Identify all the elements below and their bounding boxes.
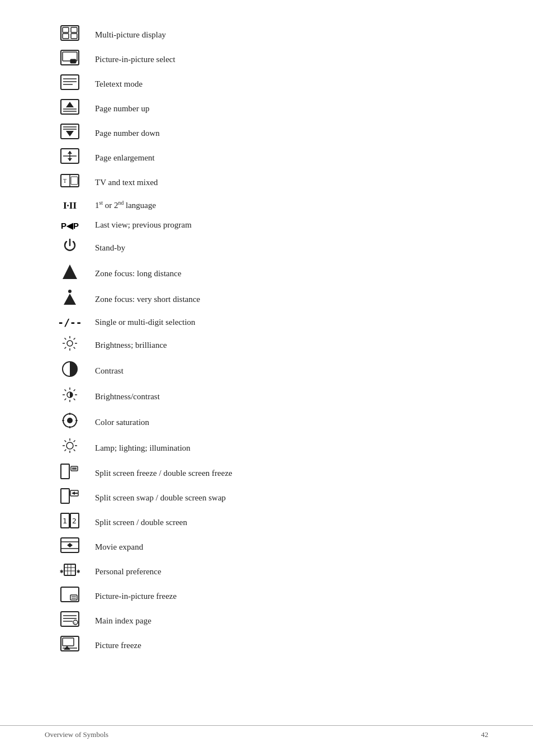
svg-rect-4 bbox=[71, 34, 77, 39]
split-freeze-label: Split screen freeze / double screen free… bbox=[95, 461, 488, 485]
svg-marker-24 bbox=[68, 158, 72, 161]
table-row: Movie expand bbox=[45, 535, 488, 559]
stand-by-icon bbox=[45, 235, 95, 261]
svg-rect-81 bbox=[64, 564, 75, 575]
svg-line-63 bbox=[74, 450, 75, 451]
svg-rect-97 bbox=[61, 636, 79, 651]
footer-section-label: Overview of Symbols bbox=[45, 730, 108, 739]
svg-line-65 bbox=[65, 450, 66, 451]
svg-rect-0 bbox=[61, 26, 79, 40]
svg-line-49 bbox=[74, 390, 75, 391]
svg-line-39 bbox=[74, 338, 75, 340]
table-row: Page number down bbox=[45, 121, 488, 145]
svg-rect-7 bbox=[70, 59, 76, 63]
table-row: Picture-in-picture select bbox=[45, 47, 488, 72]
picture-freeze-icon bbox=[45, 633, 95, 658]
svg-line-48 bbox=[74, 399, 75, 400]
picture-freeze-label: Picture freeze bbox=[95, 633, 488, 658]
svg-marker-19 bbox=[66, 131, 74, 136]
last-view-label: Last view; previous program bbox=[95, 215, 488, 235]
main-index-icon: i bbox=[45, 608, 95, 633]
page-enlargement-label: Page enlargement bbox=[95, 145, 488, 170]
table-row: i Main index page bbox=[45, 608, 488, 633]
svg-text:T: T bbox=[63, 178, 66, 184]
table-row: Zone focus: long distance bbox=[45, 261, 488, 286]
lamp-icon bbox=[45, 435, 95, 461]
svg-line-64 bbox=[74, 441, 75, 442]
svg-marker-29 bbox=[63, 264, 77, 279]
multi-picture-display-icon bbox=[45, 22, 95, 47]
table-row: Contrast bbox=[45, 358, 488, 384]
table-row: Zone focus: very short distance bbox=[45, 286, 488, 312]
main-index-label: Main index page bbox=[95, 608, 488, 633]
movie-expand-label: Movie expand bbox=[95, 535, 488, 559]
zone-short-label: Zone focus: very short distance bbox=[95, 286, 488, 312]
svg-line-50 bbox=[65, 399, 66, 400]
table-row: Picture-in-picture freeze bbox=[45, 584, 488, 608]
table-row: Color saturation bbox=[45, 409, 488, 435]
svg-point-52 bbox=[67, 418, 73, 423]
table-row: 1 2 Split screen / double screen bbox=[45, 510, 488, 535]
svg-rect-8 bbox=[61, 75, 79, 89]
svg-line-40 bbox=[65, 347, 66, 349]
svg-rect-28 bbox=[71, 177, 78, 185]
split-swap-label: Split screen swap / double screen swap bbox=[95, 485, 488, 510]
multi-picture-display-label: Multi-picture display bbox=[95, 22, 488, 47]
zone-short-icon bbox=[45, 286, 95, 312]
split-freeze-icon bbox=[45, 461, 95, 485]
table-row: Stand-by bbox=[45, 235, 488, 261]
page-number-down-icon bbox=[45, 121, 95, 145]
brightness-icon bbox=[45, 332, 95, 358]
brightness-label: Brightness; brilliance bbox=[95, 332, 488, 358]
page-number-up-label: Page number up bbox=[95, 96, 488, 121]
svg-text:✱: ✱ bbox=[60, 568, 64, 575]
language-icon: I·II bbox=[45, 195, 95, 215]
multi-digit-label: Single or multi-digit selection bbox=[95, 312, 488, 332]
color-saturation-label: Color saturation bbox=[95, 409, 488, 435]
svg-text:i: i bbox=[74, 621, 75, 625]
svg-point-32 bbox=[67, 341, 73, 346]
svg-rect-70 bbox=[61, 489, 69, 503]
multi-digit-icon: -/-- bbox=[45, 312, 95, 332]
svg-rect-98 bbox=[63, 638, 74, 646]
contrast-icon bbox=[45, 358, 95, 384]
pip-freeze-icon bbox=[45, 584, 95, 608]
svg-text:2: 2 bbox=[72, 517, 77, 525]
svg-rect-3 bbox=[63, 34, 69, 39]
svg-marker-79 bbox=[67, 543, 73, 547]
pip-freeze-label: Picture-in-picture freeze bbox=[95, 584, 488, 608]
svg-marker-15 bbox=[66, 102, 74, 107]
table-row: I·II1st or 2nd language bbox=[45, 195, 488, 215]
page-enlargement-icon bbox=[45, 145, 95, 170]
split-screen-icon: 1 2 bbox=[45, 510, 95, 535]
svg-rect-2 bbox=[71, 27, 77, 32]
svg-rect-87 bbox=[61, 587, 79, 602]
svg-rect-67 bbox=[71, 466, 78, 471]
table-row: Teletext mode bbox=[45, 72, 488, 96]
brightness-contrast-label: Brightness/contrast bbox=[95, 384, 488, 409]
svg-marker-30 bbox=[64, 294, 76, 305]
table-row: Lamp; lighting; illumination bbox=[45, 435, 488, 461]
contrast-label: Contrast bbox=[95, 358, 488, 384]
split-screen-label: Split screen / double screen bbox=[95, 510, 488, 535]
svg-point-57 bbox=[66, 442, 73, 449]
svg-line-47 bbox=[65, 390, 66, 391]
table-row: Page number up bbox=[45, 96, 488, 121]
page-number-up-icon bbox=[45, 96, 95, 121]
last-view-icon: P◀P bbox=[45, 215, 95, 235]
personal-pref-label: Personal preference bbox=[95, 559, 488, 584]
svg-line-38 bbox=[74, 347, 75, 349]
table-row: Brightness; brilliance bbox=[45, 332, 488, 358]
personal-pref-icon: ✱ ✱ bbox=[45, 559, 95, 584]
table-row: Picture freeze bbox=[45, 633, 488, 658]
brightness-contrast-icon bbox=[45, 384, 95, 409]
page-number-down-label: Page number down bbox=[95, 121, 488, 145]
symbols-table: Multi-picture display Picture-in-picture… bbox=[45, 22, 488, 658]
svg-point-31 bbox=[68, 290, 72, 293]
svg-rect-1 bbox=[63, 27, 69, 32]
footer: Overview of Symbols 42 bbox=[0, 725, 533, 739]
picture-in-picture-select-label: Picture-in-picture select bbox=[95, 47, 488, 72]
color-saturation-icon bbox=[45, 409, 95, 435]
table-row: Split screen freeze / double screen free… bbox=[45, 461, 488, 485]
zone-long-icon bbox=[45, 261, 95, 286]
